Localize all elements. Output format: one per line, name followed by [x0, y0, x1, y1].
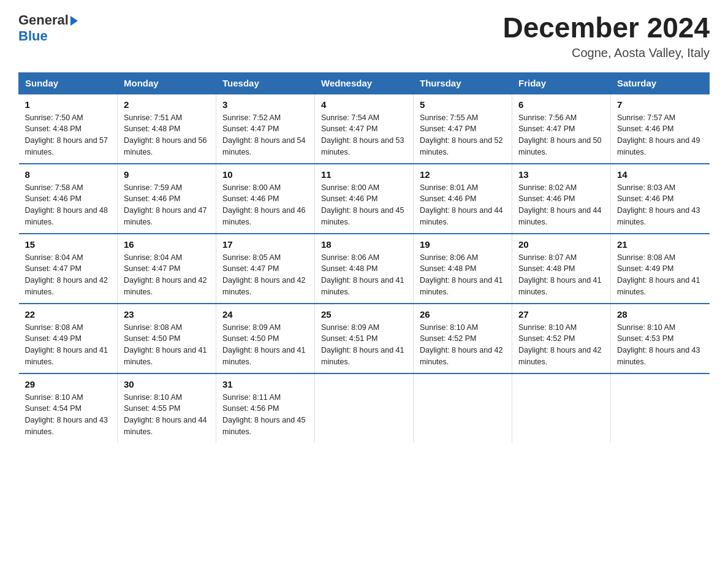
day-info: Sunrise: 8:10 AMSunset: 4:54 PMDaylight:… [25, 392, 112, 438]
day-number: 10 [222, 169, 308, 180]
day-info: Sunrise: 7:59 AMSunset: 4:46 PMDaylight:… [124, 182, 210, 228]
day-number: 4 [321, 99, 407, 110]
table-row: 28 Sunrise: 8:10 AMSunset: 4:53 PMDaylig… [611, 304, 710, 373]
day-info: Sunrise: 8:09 AMSunset: 4:51 PMDaylight:… [321, 322, 407, 368]
day-info: Sunrise: 8:08 AMSunset: 4:50 PMDaylight:… [124, 322, 210, 368]
day-number: 11 [321, 169, 407, 180]
calendar-week-row: 8 Sunrise: 7:58 AMSunset: 4:46 PMDayligh… [19, 164, 710, 234]
day-info: Sunrise: 8:05 AMSunset: 4:47 PMDaylight:… [222, 252, 308, 298]
day-info: Sunrise: 7:56 AMSunset: 4:47 PMDaylight:… [518, 112, 604, 158]
table-row [512, 373, 611, 443]
table-row: 4 Sunrise: 7:54 AMSunset: 4:47 PMDayligh… [315, 94, 414, 164]
day-number: 16 [124, 239, 210, 250]
day-number: 18 [321, 239, 407, 250]
day-number: 12 [420, 169, 506, 180]
location-subtitle: Cogne, Aosta Valley, Italy [502, 46, 710, 60]
day-number: 23 [124, 309, 210, 320]
header-monday: Monday [118, 72, 216, 94]
day-number: 14 [617, 169, 703, 180]
table-row: 23 Sunrise: 8:08 AMSunset: 4:50 PMDaylig… [118, 304, 216, 373]
day-info: Sunrise: 8:02 AMSunset: 4:46 PMDaylight:… [518, 182, 604, 228]
day-number: 27 [518, 309, 604, 320]
header-wednesday: Wednesday [315, 72, 414, 94]
day-number: 17 [222, 239, 308, 250]
table-row: 10 Sunrise: 8:00 AMSunset: 4:46 PMDaylig… [216, 164, 315, 234]
header-saturday: Saturday [611, 72, 710, 94]
table-row: 24 Sunrise: 8:09 AMSunset: 4:50 PMDaylig… [216, 304, 315, 373]
logo-general-text: General [18, 12, 69, 28]
header-tuesday: Tuesday [216, 72, 315, 94]
logo-arrow-icon [70, 16, 78, 26]
table-row: 19 Sunrise: 8:06 AMSunset: 4:48 PMDaylig… [414, 234, 512, 304]
day-info: Sunrise: 7:57 AMSunset: 4:46 PMDaylight:… [617, 112, 703, 158]
day-number: 1 [25, 99, 112, 110]
day-info: Sunrise: 8:11 AMSunset: 4:56 PMDaylight:… [222, 392, 308, 438]
calendar-week-row: 29 Sunrise: 8:10 AMSunset: 4:54 PMDaylig… [19, 373, 710, 443]
table-row: 12 Sunrise: 8:01 AMSunset: 4:46 PMDaylig… [414, 164, 512, 234]
day-info: Sunrise: 7:54 AMSunset: 4:47 PMDaylight:… [321, 112, 407, 158]
month-title: December 2024 [502, 12, 710, 44]
day-info: Sunrise: 8:03 AMSunset: 4:46 PMDaylight:… [617, 182, 703, 228]
day-info: Sunrise: 8:09 AMSunset: 4:50 PMDaylight:… [222, 322, 308, 368]
table-row [611, 373, 710, 443]
table-row: 14 Sunrise: 8:03 AMSunset: 4:46 PMDaylig… [611, 164, 710, 234]
table-row: 16 Sunrise: 8:04 AMSunset: 4:47 PMDaylig… [118, 234, 216, 304]
table-row: 21 Sunrise: 8:08 AMSunset: 4:49 PMDaylig… [611, 234, 710, 304]
day-info: Sunrise: 8:07 AMSunset: 4:48 PMDaylight:… [518, 252, 604, 298]
table-row: 29 Sunrise: 8:10 AMSunset: 4:54 PMDaylig… [19, 373, 118, 443]
day-number: 3 [222, 99, 308, 110]
day-number: 20 [518, 239, 604, 250]
table-row: 17 Sunrise: 8:05 AMSunset: 4:47 PMDaylig… [216, 234, 315, 304]
day-info: Sunrise: 8:04 AMSunset: 4:47 PMDaylight:… [25, 252, 112, 298]
table-row: 18 Sunrise: 8:06 AMSunset: 4:48 PMDaylig… [315, 234, 414, 304]
day-number: 26 [420, 309, 506, 320]
header-sunday: Sunday [19, 72, 118, 94]
calendar-week-row: 15 Sunrise: 8:04 AMSunset: 4:47 PMDaylig… [19, 234, 710, 304]
day-number: 8 [25, 169, 112, 180]
day-number: 13 [518, 169, 604, 180]
day-info: Sunrise: 8:06 AMSunset: 4:48 PMDaylight:… [321, 252, 407, 298]
day-number: 28 [617, 309, 703, 320]
title-area: December 2024 Cogne, Aosta Valley, Italy [502, 12, 710, 60]
table-row: 25 Sunrise: 8:09 AMSunset: 4:51 PMDaylig… [315, 304, 414, 373]
table-row: 3 Sunrise: 7:52 AMSunset: 4:47 PMDayligh… [216, 94, 315, 164]
table-row: 2 Sunrise: 7:51 AMSunset: 4:48 PMDayligh… [118, 94, 216, 164]
day-info: Sunrise: 8:08 AMSunset: 4:49 PMDaylight:… [617, 252, 703, 298]
calendar-week-row: 1 Sunrise: 7:50 AMSunset: 4:48 PMDayligh… [19, 94, 710, 164]
day-number: 15 [25, 239, 112, 250]
day-info: Sunrise: 8:00 AMSunset: 4:46 PMDaylight:… [222, 182, 308, 228]
day-number: 30 [124, 379, 210, 389]
day-info: Sunrise: 7:55 AMSunset: 4:47 PMDaylight:… [420, 112, 506, 158]
table-row: 30 Sunrise: 8:10 AMSunset: 4:55 PMDaylig… [118, 373, 216, 443]
day-info: Sunrise: 8:10 AMSunset: 4:52 PMDaylight:… [420, 322, 506, 368]
day-info: Sunrise: 8:10 AMSunset: 4:52 PMDaylight:… [518, 322, 604, 368]
table-row: 6 Sunrise: 7:56 AMSunset: 4:47 PMDayligh… [512, 94, 611, 164]
day-info: Sunrise: 8:01 AMSunset: 4:46 PMDaylight:… [420, 182, 506, 228]
day-number: 29 [25, 379, 112, 389]
day-info: Sunrise: 7:52 AMSunset: 4:47 PMDaylight:… [222, 112, 308, 158]
table-row: 7 Sunrise: 7:57 AMSunset: 4:46 PMDayligh… [611, 94, 710, 164]
day-number: 2 [124, 99, 210, 110]
day-info: Sunrise: 8:04 AMSunset: 4:47 PMDaylight:… [124, 252, 210, 298]
table-row: 26 Sunrise: 8:10 AMSunset: 4:52 PMDaylig… [414, 304, 512, 373]
table-row: 9 Sunrise: 7:59 AMSunset: 4:46 PMDayligh… [118, 164, 216, 234]
table-row: 22 Sunrise: 8:08 AMSunset: 4:49 PMDaylig… [19, 304, 118, 373]
day-number: 31 [222, 379, 308, 389]
table-row: 11 Sunrise: 8:00 AMSunset: 4:46 PMDaylig… [315, 164, 414, 234]
day-number: 25 [321, 309, 407, 320]
table-row: 13 Sunrise: 8:02 AMSunset: 4:46 PMDaylig… [512, 164, 611, 234]
day-number: 5 [420, 99, 506, 110]
day-info: Sunrise: 8:06 AMSunset: 4:48 PMDaylight:… [420, 252, 506, 298]
logo: General Blue [18, 12, 78, 44]
calendar-header-row: Sunday Monday Tuesday Wednesday Thursday… [19, 72, 710, 94]
logo-blue-text: Blue [18, 28, 48, 44]
table-row [414, 373, 512, 443]
day-number: 7 [617, 99, 703, 110]
table-row: 1 Sunrise: 7:50 AMSunset: 4:48 PMDayligh… [19, 94, 118, 164]
day-number: 6 [518, 99, 604, 110]
day-info: Sunrise: 7:50 AMSunset: 4:48 PMDaylight:… [25, 112, 112, 158]
day-info: Sunrise: 8:10 AMSunset: 4:53 PMDaylight:… [617, 322, 703, 368]
day-number: 19 [420, 239, 506, 250]
header-thursday: Thursday [414, 72, 512, 94]
day-info: Sunrise: 8:08 AMSunset: 4:49 PMDaylight:… [25, 322, 112, 368]
